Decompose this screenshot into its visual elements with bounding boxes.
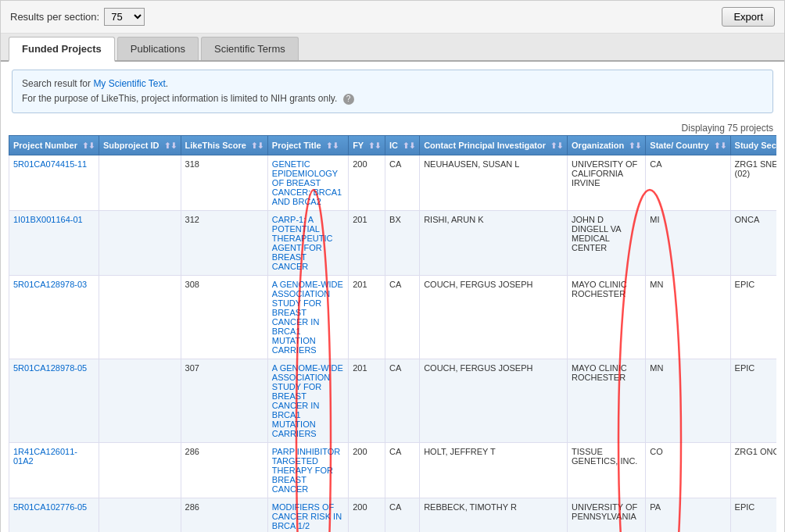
cell-subproject: [99, 211, 181, 276]
help-icon[interactable]: ?: [343, 94, 354, 105]
sort-title-icon: ⬆⬇: [326, 141, 339, 150]
table-row: 5R01CA128978-03308A GENOME-WIDE ASSOCIAT…: [9, 276, 777, 359]
col-header-contact[interactable]: Contact Principal Investigator ⬆⬇: [420, 136, 568, 155]
cell-org: UNIVERSITY OF PENNSYLVANIA: [568, 498, 646, 532]
cell-contact: HOLT, JEFFREY T: [420, 443, 568, 498]
cell-state: MN: [646, 276, 730, 359]
cell-fy: 201: [349, 359, 385, 443]
col-header-ic[interactable]: IC ⬆⬇: [385, 136, 420, 155]
cell-contact: NEUHAUSEN, SUSAN L: [420, 155, 568, 211]
cell-subproject: [99, 276, 181, 359]
results-per-section: Results per section: 75 25 50 100: [10, 8, 145, 26]
cell-project-number[interactable]: 5R01CA074415-11: [9, 155, 99, 211]
tabs: Funded Projects Publications Scientific …: [9, 34, 776, 60]
cell-title[interactable]: A GENOME-WIDE ASSOCIATION STUDY FOR BREA…: [267, 276, 348, 359]
displaying-count: Displaying 75 projects: [1, 121, 784, 135]
cell-project-number[interactable]: 5R01CA128978-03: [9, 276, 99, 359]
cell-study: EPIC: [730, 276, 776, 359]
cell-study: ZRG1 SNEM-5 (02): [730, 155, 776, 211]
col-header-likethis[interactable]: LikeThis Score ⬆⬇: [181, 136, 267, 155]
tab-scientific-terms[interactable]: Scientific Terms: [201, 37, 299, 60]
info-line2: For the purpose of LikeThis, project inf…: [22, 91, 763, 106]
cell-org: UNIVERSITY OF CALIFORNIA IRVINE: [568, 155, 646, 211]
sort-fy-icon: ⬆⬇: [368, 141, 381, 150]
results-label: Results per section:: [10, 11, 99, 23]
cell-study: ONCA: [730, 211, 776, 276]
cell-ic: CA: [385, 359, 420, 443]
col-header-org[interactable]: Organization ⬆⬇: [568, 136, 646, 155]
cell-org: MAYO CLINIC ROCHESTER: [568, 359, 646, 443]
cell-likethis: 286: [181, 443, 267, 498]
sort-state-icon: ⬆⬇: [714, 141, 726, 150]
cell-subproject: [99, 155, 181, 211]
cell-likethis: 286: [181, 498, 267, 532]
cell-study: ZRG1 ONC-L (10): [730, 443, 776, 498]
cell-title[interactable]: MODIFIERS OF CANCER RISK IN BRCA 1/2 MUT…: [267, 498, 348, 532]
sort-likethis-icon: ⬆⬇: [251, 141, 263, 150]
cell-contact: COUCH, FERGUS JOSEPH: [420, 359, 568, 443]
cell-project-number[interactable]: 1R41CA126011-01A2: [9, 443, 99, 498]
cell-likethis: 307: [181, 359, 267, 443]
table-row: 5R01CA074415-11318GENETIC EPIDEMIOLOGY O…: [9, 155, 777, 211]
cell-contact: REBBECK, TIMOTHY R: [420, 498, 568, 532]
col-header-state[interactable]: State/ Country ⬆⬇: [646, 136, 730, 155]
sort-subproject-icon: ⬆⬇: [164, 141, 177, 150]
cell-study: EPIC: [730, 359, 776, 443]
cell-state: PA: [646, 498, 730, 532]
info-line1: Search result for My Scientific Text.: [22, 77, 763, 91]
cell-state: CO: [646, 443, 730, 498]
cell-title[interactable]: A GENOME-WIDE ASSOCIATION STUDY FOR BREA…: [267, 359, 348, 443]
cell-study: EPIC: [730, 498, 776, 532]
table-header-row: Project Number ⬆⬇ Subproject ID ⬆⬇ LikeT…: [9, 136, 777, 155]
cell-fy: 200: [349, 155, 385, 211]
cell-contact: RISHI, ARUN K: [420, 211, 568, 276]
cell-fy: 201: [349, 276, 385, 359]
tab-publications[interactable]: Publications: [117, 37, 199, 60]
tabs-bar: Funded Projects Publications Scientific …: [1, 34, 784, 62]
sort-ic-icon: ⬆⬇: [403, 141, 415, 150]
col-header-title[interactable]: Project Title ⬆⬇: [267, 136, 348, 155]
cell-org: MAYO CLINIC ROCHESTER: [568, 276, 646, 359]
table-row: 1I01BX001164-01312CARP-1: A POTENTIAL TH…: [9, 211, 777, 276]
sort-contact-icon: ⬆⬇: [550, 141, 563, 150]
col-header-fy[interactable]: FY ⬆⬇: [349, 136, 385, 155]
export-button[interactable]: Export: [722, 7, 775, 27]
my-scientific-text-link[interactable]: My Scientific Text: [93, 78, 165, 89]
cell-fy: 200: [349, 443, 385, 498]
cell-likethis: 318: [181, 155, 267, 211]
cell-org: JOHN D DINGELL VA MEDICAL CENTER: [568, 211, 646, 276]
results-table-wrap: Project Number ⬆⬇ Subproject ID ⬆⬇ LikeT…: [9, 135, 776, 532]
col-header-study[interactable]: Study Section ⬆⬇: [730, 136, 776, 155]
col-header-project-number[interactable]: Project Number ⬆⬇: [9, 136, 99, 155]
table-body: 5R01CA074415-11318GENETIC EPIDEMIOLOGY O…: [9, 155, 777, 532]
cell-title[interactable]: GENETIC EPIDEMIOLOGY OF BREAST CANCER: B…: [267, 155, 348, 211]
cell-ic: CA: [385, 276, 420, 359]
table-row: 5R01CA128978-05307A GENOME-WIDE ASSOCIAT…: [9, 359, 777, 443]
cell-project-number[interactable]: 5R01CA102776-05: [9, 498, 99, 532]
cell-title[interactable]: CARP-1: A POTENTIAL THERAPEUTIC AGENT FO…: [267, 211, 348, 276]
tab-funded-projects[interactable]: Funded Projects: [9, 37, 115, 62]
results-table: Project Number ⬆⬇ Subproject ID ⬆⬇ LikeT…: [9, 135, 776, 532]
cell-fy: 201: [349, 211, 385, 276]
cell-ic: CA: [385, 443, 420, 498]
cell-project-number[interactable]: 5R01CA128978-05: [9, 359, 99, 443]
cell-contact: COUCH, FERGUS JOSEPH: [420, 276, 568, 359]
cell-subproject: [99, 359, 181, 443]
cell-state: MI: [646, 211, 730, 276]
table-row: 1R41CA126011-01A2286PARP INHIBITOR TARGE…: [9, 443, 777, 498]
results-select[interactable]: 75 25 50 100: [104, 8, 145, 26]
sort-project-number-icon: ⬆⬇: [82, 141, 95, 150]
cell-state: MN: [646, 359, 730, 443]
cell-fy: 200: [349, 498, 385, 532]
cell-likethis: 308: [181, 276, 267, 359]
col-header-subproject[interactable]: Subproject ID ⬆⬇: [99, 136, 181, 155]
cell-likethis: 312: [181, 211, 267, 276]
info-box: Search result for My Scientific Text. Fo…: [12, 70, 773, 113]
cell-subproject: [99, 443, 181, 498]
cell-subproject: [99, 498, 181, 532]
cell-ic: CA: [385, 155, 420, 211]
cell-ic: BX: [385, 211, 420, 276]
cell-state: CA: [646, 155, 730, 211]
cell-title[interactable]: PARP INHIBITOR TARGETED THERAPY FOR BREA…: [267, 443, 348, 498]
cell-project-number[interactable]: 1I01BX001164-01: [9, 211, 99, 276]
